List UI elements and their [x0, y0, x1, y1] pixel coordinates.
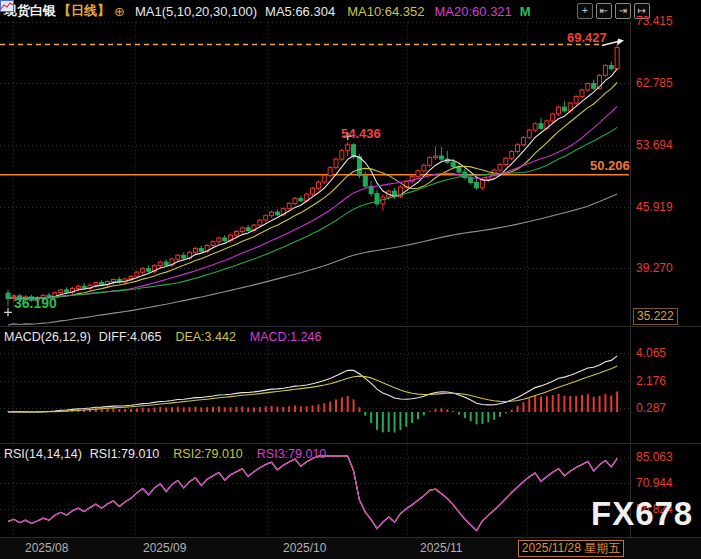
price-axis-label: 62.785	[636, 76, 673, 90]
price-axis-label: 39.270	[636, 261, 673, 275]
add-indicator-icon[interactable]: ⊕	[114, 4, 125, 19]
dea-line	[8, 366, 617, 412]
ma30-line	[8, 127, 617, 298]
ma10-value: MA10:64.352	[347, 4, 424, 19]
month-label: 2025/09	[143, 541, 186, 555]
zoom-out-icon[interactable]: ⇥	[615, 3, 631, 19]
ma5-line	[8, 69, 617, 299]
zoom-in-icon[interactable]: ⇤	[596, 3, 612, 19]
time-axis[interactable]: 2025/08 2025/09 2025/10 2025/11 2025/11/…	[0, 537, 701, 559]
month-label: 2025/08	[25, 541, 68, 555]
ma30-series	[8, 127, 617, 298]
macd-dea-value: DEA:3.442	[175, 330, 235, 344]
macd-title: MACD(26,12,9)	[4, 330, 91, 344]
macd-lines	[8, 356, 617, 412]
rsi-header: RSI(14,14,14) RSI1:79.010 RSI2:79.010 RS…	[4, 447, 326, 461]
rsi2-value: RSI2:79.010	[173, 447, 243, 461]
ma100-series	[8, 194, 617, 325]
rsi-axis-label: 70.944	[636, 476, 673, 490]
pan-icon[interactable]: +	[577, 3, 593, 19]
price-axis-last-label: 35.222	[633, 308, 678, 325]
macd-axis-label: 2.176	[636, 374, 666, 388]
month-label: 2025/11	[420, 541, 463, 555]
rsi3-line	[8, 456, 617, 531]
ma30-value-truncated: M	[520, 4, 531, 19]
month-label: 2025/10	[283, 541, 326, 555]
ma20-value: MA20:60.321	[435, 4, 512, 19]
macd-diff-value: DIFF:4.065	[99, 330, 162, 344]
annotation-low: 36.190	[14, 295, 57, 311]
ma5-value: MA5:66.304	[265, 4, 335, 19]
rsi3-value: RSI3:79.010	[257, 447, 327, 461]
rsi-axis-label: 85.063	[636, 450, 673, 464]
rsi1-line	[8, 456, 617, 531]
current-date-badge: 2025/11/28 星期五	[518, 540, 624, 557]
macd-histogram	[8, 392, 617, 433]
chart-canvas[interactable]	[0, 0, 701, 559]
annotation-support-level: 50.206	[590, 158, 630, 173]
annotation-last-high: 69.427	[567, 30, 607, 45]
price-axis-label: 73.415	[636, 14, 673, 28]
price-axis-label: 53.694	[636, 138, 673, 152]
rsi2-line	[8, 456, 617, 531]
annotation-peak: 54.436	[341, 126, 381, 141]
price-markers	[4, 132, 352, 316]
macd-value: MACD:1.246	[250, 330, 322, 344]
rsi-lines	[8, 456, 617, 531]
diff-line	[8, 356, 617, 412]
ma-group-label: MA1(5,10,20,30,100)	[135, 4, 257, 19]
macd-axis-label: 0.287	[636, 401, 666, 415]
chart-window: 现货白银 【日线】 ⊕ MA1(5,10,20,30,100) MA5:66.3…	[0, 0, 701, 559]
macd-header: MACD(26,12,9) DIFF:4.065 DEA:3.442 MACD:…	[4, 330, 321, 344]
rsi1-value: RSI1:79.010	[90, 447, 160, 461]
ma5-series	[8, 69, 617, 299]
price-axis-label: 45.919	[636, 200, 673, 214]
ma100-line	[8, 194, 617, 325]
watermark: FX678	[591, 495, 693, 533]
macd-axis-label: 4.065	[636, 346, 666, 360]
rsi-title: RSI(14,14,14)	[4, 447, 82, 461]
period-selector[interactable]: 【日线】	[58, 2, 110, 20]
